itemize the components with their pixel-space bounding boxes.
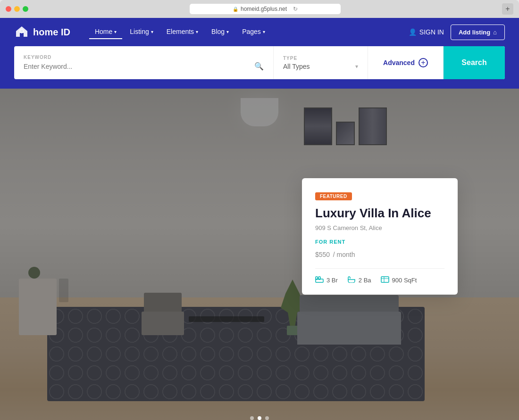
search-bar: KEYWORD 🔍 TYPE All Types ▾ Adv: [14, 46, 505, 79]
rent-label: FOR RENT: [315, 239, 444, 245]
add-listing-button[interactable]: Add listing ⌂: [451, 25, 505, 40]
traffic-lights: [6, 6, 28, 12]
listing-divider: [315, 268, 444, 269]
keyword-input[interactable]: [24, 63, 251, 70]
browser-window: 🔒 homeid.g5plus.net ↻ + home ID Home: [0, 0, 519, 420]
search-submit-button[interactable]: Search: [444, 46, 505, 79]
keyword-input-wrapper: 🔍: [24, 62, 264, 71]
refresh-icon[interactable]: ↻: [293, 6, 298, 12]
chevron-down-icon: ▾: [196, 29, 198, 34]
search-keyword-field: KEYWORD 🔍: [14, 46, 274, 79]
chevron-down-icon: ▾: [226, 29, 229, 34]
listing-card[interactable]: FEATURED Luxury Villa In Alice 909 S Cam…: [302, 178, 458, 295]
svg-marker-0: [16, 26, 27, 37]
featured-badge: FEATURED: [315, 192, 352, 200]
nav-item-elements[interactable]: Elements ▾: [161, 25, 204, 39]
logo-text: home ID: [33, 27, 70, 38]
listing-title: Luxury Villa In Alice: [315, 206, 444, 221]
chevron-down-icon: ▾: [263, 29, 265, 34]
nav-item-home[interactable]: Home ▾: [89, 25, 122, 39]
close-button[interactable]: [6, 6, 11, 12]
carousel-dot-2[interactable]: [258, 416, 261, 420]
new-tab-button[interactable]: +: [502, 3, 513, 15]
listing-price: $550 / month: [315, 247, 444, 260]
bath-icon: [347, 276, 356, 284]
nav-actions: 👤 SIGN IN Add listing ⌂: [409, 25, 505, 40]
type-selector[interactable]: TYPE All Types ▾: [274, 46, 368, 79]
plus-circle-icon: +: [419, 58, 428, 67]
maximize-button[interactable]: [23, 6, 28, 12]
search-icon: 🔍: [254, 62, 264, 71]
carousel-dots: [250, 416, 269, 420]
svg-rect-5: [381, 277, 389, 282]
nav-item-listing[interactable]: Listing ▾: [124, 25, 159, 39]
chevron-down-icon: ▾: [151, 29, 153, 34]
url-field[interactable]: 🔒 homeid.g5plus.net ↻: [190, 4, 341, 14]
lock-icon: 🔒: [233, 7, 238, 12]
carousel-dot-3[interactable]: [265, 416, 269, 420]
nav-item-pages[interactable]: Pages ▾: [236, 25, 271, 39]
listing-features: 3 Br 2 Ba: [315, 276, 444, 284]
address-bar: 🔒 homeid.g5plus.net ↻: [32, 4, 498, 14]
website-content: home ID Home ▾ Listing ▾ Elements ▾ Blog: [0, 18, 519, 420]
hero-section: FEATURED Luxury Villa In Alice 909 S Cam…: [0, 89, 519, 420]
nav-item-blog[interactable]: Blog ▾: [206, 25, 234, 39]
navbar: home ID Home ▾ Listing ▾ Elements ▾ Blog: [0, 18, 519, 46]
chevron-down-icon: ▾: [355, 63, 358, 70]
keyword-label: KEYWORD: [24, 55, 264, 60]
feature-sqft: 900 SqFt: [381, 276, 417, 284]
url-text: homeid.g5plus.net: [241, 6, 287, 12]
bed-icon: [315, 276, 324, 284]
sign-in-button[interactable]: 👤 SIGN IN: [409, 28, 444, 36]
nav-links: Home ▾ Listing ▾ Elements ▾ Blog ▾ Pages: [89, 25, 409, 39]
chevron-down-icon: ▾: [114, 29, 117, 34]
type-select-wrapper: All Types ▾: [283, 63, 358, 70]
type-value: All Types: [283, 63, 352, 70]
browser-titlebar: 🔒 homeid.g5plus.net ↻ +: [0, 0, 519, 18]
type-label: TYPE: [283, 56, 358, 61]
listing-address: 909 S Cameron St, Alice: [315, 224, 444, 231]
logo[interactable]: home ID: [14, 25, 70, 40]
feature-bedrooms: 3 Br: [315, 276, 338, 284]
home-icon: ⌂: [493, 29, 497, 36]
advanced-label: Advanced: [383, 59, 415, 66]
feature-bathrooms: 2 Ba: [347, 276, 371, 284]
logo-icon: [14, 25, 29, 40]
minimize-button[interactable]: [14, 6, 20, 12]
carousel-dot-1[interactable]: [250, 416, 254, 420]
search-area: KEYWORD 🔍 TYPE All Types ▾ Adv: [0, 46, 519, 89]
advanced-button[interactable]: Advanced +: [368, 46, 444, 79]
area-icon: [381, 276, 389, 284]
user-icon: 👤: [409, 28, 417, 36]
